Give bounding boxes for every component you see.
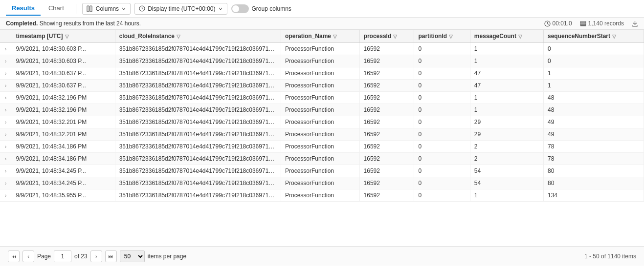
operation-filter-icon[interactable]: ▽: [333, 34, 337, 39]
cell-processid: 16592: [359, 177, 414, 189]
cell-partitionid: 0: [414, 80, 470, 92]
results-table: timestamp [UTC] ▽ cloud_RoleInstance ▽ o…: [0, 30, 644, 202]
cloud-role-filter-icon[interactable]: ▽: [177, 34, 180, 39]
expand-cell[interactable]: ›: [0, 165, 12, 177]
cell-cloud_roleinstance: 351b8672336185d2f0787014e4d41799c719f218…: [115, 165, 281, 177]
cell-cloud_roleinstance: 351b8672336185d2f0787014e4d41799c719f218…: [115, 104, 281, 116]
group-columns-label: Group columns: [252, 5, 291, 12]
expand-cell[interactable]: ›: [0, 189, 12, 202]
next-page-button[interactable]: ›: [90, 250, 102, 262]
expand-icon: ›: [5, 59, 6, 64]
expand-cell[interactable]: ›: [0, 177, 12, 189]
cell-operation_name: ProcessorFunction: [281, 153, 360, 165]
cell-partitionid: 0: [414, 128, 470, 141]
expand-cell[interactable]: ›: [0, 116, 12, 128]
cell-cloud_roleinstance: 351b8672336185d2f0787014e4d41799c719f218…: [115, 67, 281, 80]
cell-processid: 16592: [359, 165, 414, 177]
cell-messagecount: 54: [470, 165, 543, 177]
messagecount-filter-icon[interactable]: ▽: [518, 34, 522, 39]
per-page-select[interactable]: 50 100 200: [120, 250, 145, 262]
toolbar: Results Chart Columns Display time (UTC+…: [0, 0, 644, 18]
table-row: ›9/9/2021, 10:48:30.603 P...351b86723361…: [0, 55, 644, 67]
th-operation-name[interactable]: operation_Name ▽: [281, 30, 360, 43]
th-partitionid[interactable]: partitionId ▽: [414, 30, 470, 43]
status-records-icon: [580, 21, 586, 27]
partitionid-filter-icon[interactable]: ▽: [449, 34, 453, 39]
expand-cell[interactable]: ›: [0, 92, 12, 104]
expand-cell[interactable]: ›: [0, 153, 12, 165]
expand-icon: ›: [5, 168, 6, 174]
cell-cloud_roleinstance: 351b8672336185d2f0787014e4d41799c719f218…: [115, 92, 281, 104]
cell-timestamp: 9/9/2021, 10:48:30.603 P...: [12, 55, 115, 67]
cell-sequencenumberstart: 134: [543, 189, 644, 202]
th-timestamp[interactable]: timestamp [UTC] ▽: [12, 30, 115, 43]
table-row: ›9/9/2021, 10:48:34.186 PM351b8672336185…: [0, 141, 644, 153]
cell-cloud_roleinstance: 351b8672336185d2f0787014e4d41799c719f218…: [115, 177, 281, 189]
cell-messagecount: 1: [470, 55, 543, 67]
expand-cell[interactable]: ›: [0, 128, 12, 141]
expand-cell[interactable]: ›: [0, 43, 12, 55]
expand-icon: ›: [5, 193, 6, 198]
page-input[interactable]: [54, 250, 71, 262]
toggle-track[interactable]: [231, 4, 249, 13]
cell-sequencenumberstart: 1: [543, 80, 644, 92]
expand-cell[interactable]: ›: [0, 55, 12, 67]
status-clock-icon: [544, 21, 551, 27]
last-page-button[interactable]: ⏭: [105, 250, 117, 262]
table-wrapper: timestamp [UTC] ▽ cloud_RoleInstance ▽ o…: [0, 30, 644, 246]
first-page-button[interactable]: ⏮: [8, 250, 20, 262]
display-time-button[interactable]: Display time (UTC+00:00): [134, 3, 227, 15]
status-description: Showing results from the last 24 hours.: [40, 20, 141, 27]
cell-processid: 16592: [359, 116, 414, 128]
cell-operation_name: ProcessorFunction: [281, 141, 360, 153]
cell-messagecount: 47: [470, 80, 543, 92]
prev-page-button[interactable]: ‹: [22, 250, 34, 262]
status-export[interactable]: [632, 21, 638, 27]
cell-partitionid: 0: [414, 67, 470, 80]
tab-chart[interactable]: Chart: [43, 1, 70, 16]
cell-sequencenumberstart: 0: [543, 55, 644, 67]
svg-rect-10: [580, 25, 586, 26]
cell-cloud_roleinstance: 351b8672336185d2f0787014e4d41799c719f218…: [115, 43, 281, 55]
th-sequencenumberstart[interactable]: sequenceNumberStart ▽: [543, 30, 644, 43]
th-messagecount[interactable]: messageCount ▽: [470, 30, 543, 43]
cell-processid: 16592: [359, 80, 414, 92]
table-body: ›9/9/2021, 10:48:30.603 P...351b86723361…: [0, 43, 644, 202]
cell-timestamp: 9/9/2021, 10:48:30.637 P...: [12, 80, 115, 92]
cell-partitionid: 0: [414, 104, 470, 116]
th-processid[interactable]: processId ▽: [359, 30, 414, 43]
status-records-value: 1,140 records: [588, 20, 624, 27]
table-header-row: timestamp [UTC] ▽ cloud_RoleInstance ▽ o…: [0, 30, 644, 43]
processid-filter-icon[interactable]: ▽: [393, 34, 397, 39]
cell-processid: 16592: [359, 92, 414, 104]
table-row: ›9/9/2021, 10:48:32.196 PM351b8672336185…: [0, 104, 644, 116]
cell-processid: 16592: [359, 141, 414, 153]
cell-timestamp: 9/9/2021, 10:48:35.955 P...: [12, 189, 115, 202]
columns-button[interactable]: Columns: [82, 3, 131, 15]
cell-sequencenumberstart: 1: [543, 67, 644, 80]
cell-sequencenumberstart: 78: [543, 141, 644, 153]
expand-cell[interactable]: ›: [0, 67, 12, 80]
clock-icon: [139, 5, 145, 12]
cell-operation_name: ProcessorFunction: [281, 80, 360, 92]
cell-cloud_roleinstance: 351b8672336185d2f0787014e4d41799c719f218…: [115, 116, 281, 128]
cell-timestamp: 9/9/2021, 10:48:34.245 P...: [12, 165, 115, 177]
sequencenumber-filter-icon[interactable]: ▽: [612, 34, 616, 39]
tab-results[interactable]: Results: [6, 1, 41, 16]
cell-processid: 16592: [359, 67, 414, 80]
cell-partitionid: 0: [414, 165, 470, 177]
expand-cell[interactable]: ›: [0, 80, 12, 92]
cell-sequencenumberstart: 49: [543, 116, 644, 128]
cell-partitionid: 0: [414, 141, 470, 153]
th-cloud-role[interactable]: cloud_RoleInstance ▽: [115, 30, 281, 43]
expand-cell[interactable]: ›: [0, 104, 12, 116]
cell-operation_name: ProcessorFunction: [281, 55, 360, 67]
timestamp-filter-icon[interactable]: ▽: [65, 34, 69, 39]
expand-cell[interactable]: ›: [0, 141, 12, 153]
group-columns-toggle[interactable]: Group columns: [231, 4, 291, 13]
cell-partitionid: 0: [414, 92, 470, 104]
cell-timestamp: 9/9/2021, 10:48:34.186 PM: [12, 141, 115, 153]
svg-rect-9: [580, 23, 586, 25]
cell-messagecount: 29: [470, 128, 543, 141]
svg-rect-0: [87, 6, 89, 12]
